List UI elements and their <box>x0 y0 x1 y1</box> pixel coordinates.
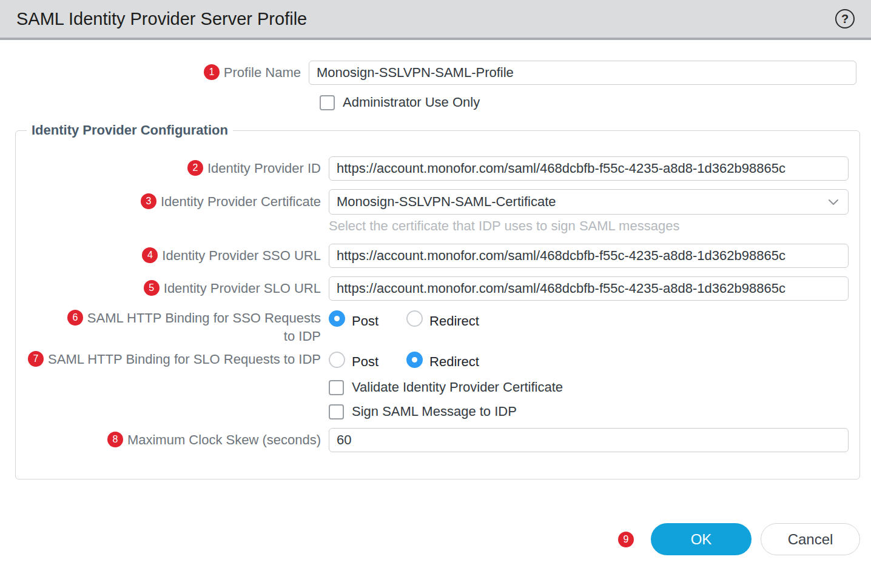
idp-sso-url-label: Identity Provider SSO URL <box>162 248 321 263</box>
admin-use-only-checkbox[interactable] <box>320 95 335 110</box>
help-icon[interactable]: ? <box>835 9 855 28</box>
idp-slo-url-input[interactable] <box>329 276 849 301</box>
sso-binding-row: 6SAML HTTP Binding for SSO Requests to I… <box>16 309 859 346</box>
sso-binding-redirect-label: Redirect <box>429 313 479 329</box>
validate-cert-checkbox[interactable] <box>329 380 344 395</box>
slo-binding-radio-group: Post Redirect <box>329 352 507 368</box>
validate-cert-row: Validate Identity Provider Certificate <box>329 379 859 395</box>
slo-binding-row: 7SAML HTTP Binding for SLO Requests to I… <box>16 350 859 369</box>
step-badge-7: 7 <box>28 351 44 367</box>
sso-binding-post-label: Post <box>352 313 378 329</box>
sso-binding-label: SAML HTTP Binding for SSO Requests to ID… <box>87 310 321 344</box>
idp-id-label: Identity Provider ID <box>207 161 321 176</box>
clock-skew-row: 8Maximum Clock Skew (seconds) <box>16 428 859 452</box>
admin-use-only-label: Administrator Use Only <box>343 95 480 110</box>
idp-sso-url-input[interactable] <box>329 244 849 268</box>
sso-binding-redirect-radio[interactable] <box>406 310 423 327</box>
idp-certificate-label: Identity Provider Certificate <box>161 194 321 209</box>
idp-certificate-dropdown[interactable]: Monosign-SSLVPN-SAML-Certificate <box>329 189 849 215</box>
slo-binding-redirect-label: Redirect <box>429 354 479 370</box>
idp-certificate-hint: Select the certificate that IDP uses to … <box>329 218 859 234</box>
step-badge-6: 6 <box>67 310 83 326</box>
sso-binding-radio-group: Post Redirect <box>329 310 507 327</box>
dialog-title: SAML Identity Provider Server Profile <box>16 9 835 29</box>
validate-cert-label: Validate Identity Provider Certificate <box>352 379 563 395</box>
idp-slo-url-label: Identity Provider SLO URL <box>164 281 321 296</box>
idp-id-value-cell <box>329 156 849 181</box>
step-badge-4: 4 <box>142 247 158 263</box>
chevron-down-icon <box>826 195 841 209</box>
step-badge-1: 1 <box>204 64 220 80</box>
idp-id-input[interactable] <box>329 156 849 181</box>
idp-certificate-selected-value: Monosign-SSLVPN-SAML-Certificate <box>337 194 826 210</box>
profile-name-row: 1Profile Name <box>0 61 871 85</box>
step-badge-5: 5 <box>144 280 160 296</box>
idp-sso-url-label-cell: 4Identity Provider SSO URL <box>16 247 329 265</box>
idp-sso-url-value-cell <box>329 244 849 268</box>
sso-binding-post-radio[interactable] <box>329 310 345 327</box>
idp-id-row: 2Identity Provider ID <box>16 156 859 181</box>
profile-name-label: Profile Name <box>224 65 301 80</box>
idp-slo-url-label-cell: 5Identity Provider SLO URL <box>16 279 329 298</box>
step-badge-8: 8 <box>107 432 123 447</box>
idp-sso-url-row: 4Identity Provider SSO URL <box>16 244 859 268</box>
idp-id-label-cell: 2Identity Provider ID <box>16 159 329 178</box>
sign-saml-label: Sign SAML Message to IDP <box>352 404 517 419</box>
idp-certificate-row: 3Identity Provider Certificate Monosign-… <box>16 189 859 215</box>
admin-use-only-row: Administrator Use Only <box>320 95 871 110</box>
slo-binding-redirect-radio[interactable] <box>406 352 423 368</box>
slo-binding-label-cell: 7SAML HTTP Binding for SLO Requests to I… <box>16 350 329 369</box>
idp-slo-url-row: 5Identity Provider SLO URL <box>16 276 859 301</box>
idp-configuration-legend: Identity Provider Configuration <box>27 122 233 138</box>
step-badge-2: 2 <box>187 160 203 176</box>
profile-name-input[interactable] <box>309 61 856 85</box>
clock-skew-value-cell <box>329 428 849 452</box>
cancel-button[interactable]: Cancel <box>761 523 860 555</box>
slo-binding-value-cell: Post Redirect <box>329 352 849 368</box>
step-badge-3: 3 <box>141 193 156 209</box>
clock-skew-label-cell: 8Maximum Clock Skew (seconds) <box>16 431 329 449</box>
clock-skew-label: Maximum Clock Skew (seconds) <box>127 432 321 447</box>
slo-binding-post-radio[interactable] <box>329 352 345 368</box>
idp-configuration-fieldset: Identity Provider Configuration 2Identit… <box>15 122 860 479</box>
step-badge-9: 9 <box>618 532 634 547</box>
slo-binding-post-label: Post <box>352 354 378 370</box>
idp-slo-url-value-cell <box>329 276 849 301</box>
dialog-header: SAML Identity Provider Server Profile ? <box>0 0 871 40</box>
profile-name-label-cell: 1Profile Name <box>0 64 309 82</box>
sign-saml-row: Sign SAML Message to IDP <box>329 404 859 419</box>
sso-binding-label-cell: 6SAML HTTP Binding for SSO Requests to I… <box>16 309 329 346</box>
ok-button[interactable]: OK <box>651 523 752 555</box>
sso-binding-value-cell: Post Redirect <box>329 310 849 327</box>
footer-actions: 9 OK Cancel <box>0 523 860 555</box>
profile-name-value-cell <box>309 61 856 85</box>
sign-saml-checkbox[interactable] <box>329 404 344 419</box>
idp-certificate-value-cell: Monosign-SSLVPN-SAML-Certificate <box>329 189 849 215</box>
slo-binding-label: SAML HTTP Binding for SLO Requests to ID… <box>48 352 321 367</box>
clock-skew-input[interactable] <box>329 428 849 452</box>
idp-certificate-label-cell: 3Identity Provider Certificate <box>16 193 329 211</box>
